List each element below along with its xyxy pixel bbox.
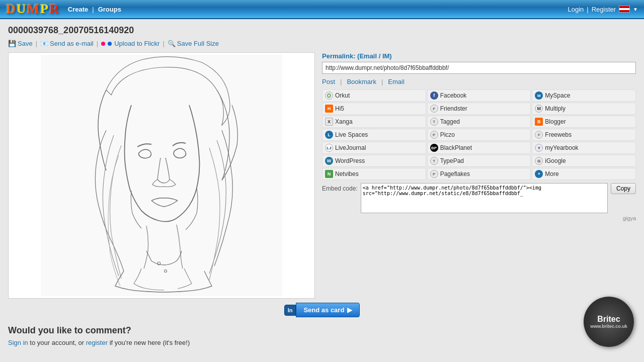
share-btn-hi5[interactable]: HHi5 [322,103,426,115]
comment-section: Would you like to comment? Sign in to yo… [8,321,636,350]
photo-container [8,52,315,299]
share-icon-piczo: P [430,131,438,139]
share-label-blogger: Blogger [545,118,566,125]
share-label-myspace: MySpace [545,92,570,99]
share-btn-xanga[interactable]: XXanga [322,116,426,128]
tab-bar: Post | Bookmark | Email [322,78,636,85]
permalink-label[interactable]: Permalink: (Email / IM) [322,52,636,60]
share-icon-multiply: M [535,105,543,113]
photo-title: 0000039768_20070516140920 [8,25,636,36]
tab-bookmark[interactable]: Bookmark [347,78,376,85]
content-layout: Permalink: (Email / IM) Post | Bookmark … [8,52,636,299]
share-btn-tagged[interactable]: TTagged [427,116,531,128]
share-icon-freewebs: F [535,131,543,139]
share-btn-wordpress[interactable]: WWordPress [322,155,426,167]
send-card-button[interactable]: Send as card ▶ [296,303,360,317]
share-label-piczo: Piczo [440,131,455,138]
svg-rect-0 [41,55,282,296]
share-btn-orkut[interactable]: OOrkut [322,89,426,102]
share-btn-piczo[interactable]: PPiczo [427,129,531,141]
share-btn-more[interactable]: +More [532,168,636,180]
register-link[interactable]: Register [592,6,616,13]
tab-post[interactable]: Post [322,78,335,85]
permalink-url-input[interactable] [322,62,636,74]
britec-line2: www.britec.co.uk [590,324,627,329]
share-btn-blackplanet[interactable]: BPBlackPlanet [427,142,531,154]
share-icon-orkut: O [325,92,333,100]
share-icon-hi5: H [325,105,333,113]
embed-code-textarea[interactable] [361,183,608,213]
share-label-pageflakes: Pageflakes [440,170,470,177]
language-dropdown-icon[interactable]: ▼ [633,7,638,12]
britec-watermark: Britec www.britec.co.uk [584,297,634,347]
share-label-blackplanet: BlackPlanet [440,144,472,151]
share-label-igoogle: iGoogle [545,157,566,164]
share-label-more: More [545,170,558,177]
share-btn-blogger[interactable]: BBlogger [532,116,636,128]
share-btn-friendster[interactable]: FFriendster [427,103,531,115]
share-grid: OOrkutfFacebookMMySpaceHHi5FFriendsterMM… [322,89,636,180]
upload-flickr-link[interactable]: Upload to Flickr [101,40,159,47]
share-icon-typepad: T [430,157,438,165]
share-btn-netvibes[interactable]: NNetvibes [322,168,426,180]
share-icon-livejournal: LJ [325,144,333,152]
share-icon-facebook: f [430,92,438,100]
comment-title: Would you like to comment? [8,325,636,336]
save-fullsize-link[interactable]: 🔍 Save Full Size [168,40,219,47]
photo-sketch [9,53,314,298]
share-label-multiply: Multiply [545,105,566,112]
share-btn-facebook[interactable]: fFacebook [427,89,531,102]
share-btn-pageflakes[interactable]: PPageflakes [427,168,531,180]
share-label-hi5: Hi5 [335,105,344,112]
share-label-netvibes: Netvibes [335,170,359,177]
login-link[interactable]: Login [568,6,584,13]
share-label-friendster: Friendster [440,105,467,112]
share-label-myyearbook: myYearbook [545,144,578,151]
permalink-section: Permalink: (Email / IM) [322,52,636,74]
share-label-livejournal: LiveJournal [335,144,366,151]
share-btn-freewebs[interactable]: FFreewebs [532,129,636,141]
share-label-wordpress: WordPress [335,157,365,164]
share-btn-typepad[interactable]: TTypePad [427,155,531,167]
share-icon-blogger: B [535,118,543,126]
send-email-link[interactable]: 📧 Send as e-mail [40,40,94,47]
sidebar: Permalink: (Email / IM) Post | Bookmark … [322,52,636,221]
share-label-freewebs: Freewebs [545,131,572,138]
email-icon: 📧 [40,40,48,47]
share-btn-livejournal[interactable]: LJLiveJournal [322,142,426,154]
share-label-livespaces: Live Spaces [335,131,368,138]
create-link[interactable]: Create [68,6,88,13]
nav-separator: | [92,6,94,13]
embed-section: Embed code: Copy [322,183,636,213]
save-link[interactable]: 💾 Save [8,40,33,47]
share-icon-myspace: M [535,92,543,100]
tab-email[interactable]: Email [388,78,405,85]
sign-in-link[interactable]: Sign in [8,339,28,346]
copy-button[interactable]: Copy [611,183,636,194]
page: 0000039768_20070516140920 💾 Save | 📧 Sen… [0,19,644,356]
share-icon-netvibes: N [325,170,333,178]
toolbar: 💾 Save | 📧 Send as e-mail | Upload to Fl… [8,40,636,47]
header: DUMPR Create | Groups Login | Register ▼ [0,0,644,19]
share-icon-myyearbook: Y [535,144,543,152]
share-btn-myyearbook[interactable]: YmyYearbook [532,142,636,154]
britec-line1: Britec [597,315,620,324]
share-icon-friendster: F [430,105,438,113]
card-bar: In Send as card ▶ [8,303,636,317]
register-link2[interactable]: register [86,339,108,346]
share-btn-multiply[interactable]: MMultiply [532,103,636,115]
share-icon-tagged: T [430,118,438,126]
share-label-tagged: Tagged [440,118,460,125]
share-icon-igoogle: G [535,157,543,165]
groups-link[interactable]: Groups [98,6,121,13]
share-label-orkut: Orkut [335,92,350,99]
header-nav: Create | Groups [68,6,121,13]
site-logo[interactable]: DUMPR [6,2,60,17]
share-btn-myspace[interactable]: MMySpace [532,89,636,102]
share-icon-pageflakes: P [430,170,438,178]
permalink-link[interactable]: Permalink: (Email / IM) [322,52,392,60]
share-btn-livespaces[interactable]: LLive Spaces [322,129,426,141]
flag-icon[interactable] [619,6,630,13]
share-btn-igoogle[interactable]: GiGoogle [532,155,636,167]
share-label-typepad: TypePad [440,157,464,164]
